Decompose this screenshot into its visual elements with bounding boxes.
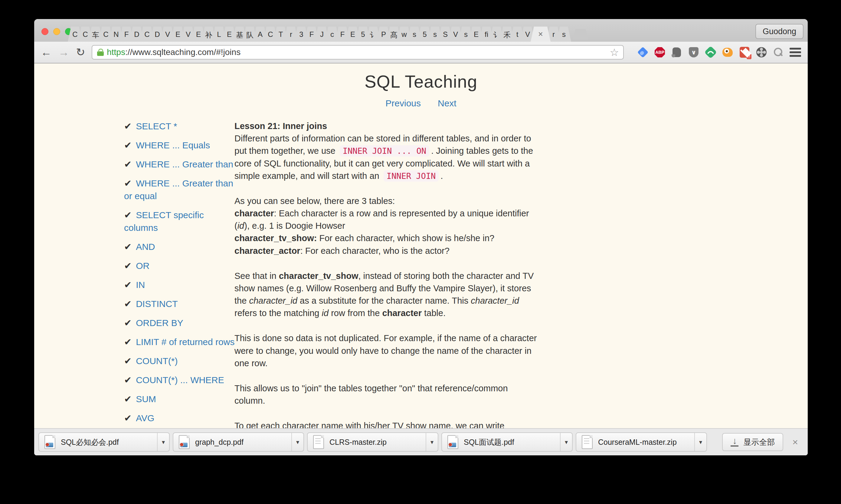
tab-active[interactable]: × [531, 26, 551, 42]
text-segment: table. [422, 308, 446, 318]
sidebar-item[interactable]: ✔COUNT(*) [124, 355, 243, 367]
tab-title: E [227, 30, 232, 39]
download-dropdown-arrow[interactable]: ▾ [426, 433, 438, 451]
show-all-downloads-button[interactable]: ↓ 显示全部 [722, 433, 783, 451]
bookmark-gem-extension-icon[interactable] [637, 47, 649, 58]
back-button[interactable]: ← [41, 47, 52, 58]
download-arrow-icon: ↓ [731, 437, 738, 447]
sidebar-item[interactable]: ✔DISTINCT [124, 298, 243, 310]
menu-icon[interactable] [790, 47, 801, 58]
tab-title: t [516, 30, 518, 39]
download-dropdown-arrow[interactable]: ▾ [694, 433, 706, 451]
download-item[interactable]: CourseraML-master.zip▾ [576, 432, 707, 452]
search-extension-icon[interactable] [773, 47, 784, 58]
text-bold: character [235, 209, 274, 218]
tab-title: E [474, 30, 479, 39]
sidebar-item[interactable]: ✔ORDER BY [124, 317, 243, 329]
tab-strip-tabs: CC车CNFDCDVEVE补LE基队ACTr3FJcFE5讠P髙ws5sSVsE… [70, 26, 589, 42]
sidebar-item[interactable]: ✔COUNT(*) ... WHERE [124, 374, 243, 386]
sidebar-item[interactable]: ✔AND [124, 240, 243, 253]
check-icon: ✔ [124, 159, 132, 169]
text-segment: as a substitute for the character name. … [297, 296, 471, 305]
download-filename: SQL必知必会.pdf [61, 437, 119, 447]
sidebar-item[interactable]: ✔SELECT specificcolumns [124, 209, 243, 234]
evernote-extension-icon[interactable] [671, 47, 683, 58]
weibo-extension-icon[interactable] [722, 47, 733, 58]
tab-title: 车 [92, 30, 99, 40]
forward-button[interactable]: → [58, 47, 69, 58]
download-dropdown-arrow[interactable]: ▾ [157, 433, 169, 451]
tab[interactable]: s [556, 26, 571, 42]
film-reel-extension-icon[interactable] [756, 47, 767, 58]
inline-code: INNER JOIN [383, 170, 439, 182]
check-icon: ✔ [124, 337, 132, 347]
todo-checklist-extension-icon[interactable]: ? [739, 47, 750, 58]
check-icon: ✔ [124, 261, 132, 271]
download-dropdown-arrow[interactable]: ▾ [291, 433, 304, 451]
check-icon: ✔ [124, 280, 132, 290]
https-lock-icon [97, 51, 104, 56]
close-window-button[interactable] [41, 28, 48, 35]
traffic-lights [41, 28, 72, 35]
sidebar-item[interactable]: ✔SELECT * [124, 120, 243, 133]
text-bold: character [382, 308, 422, 318]
lesson-paragraph: This is done so data is not duplicated. … [235, 332, 538, 370]
sidebar-item[interactable]: ✔OR [124, 259, 243, 272]
minimize-window-button[interactable] [53, 28, 60, 35]
text-segment: See that in [235, 271, 279, 281]
sidebar-item-label: OR [136, 261, 150, 271]
lesson-paragraph: As you can see below, there are 3 tables… [235, 195, 538, 257]
download-dropdown-arrow[interactable]: ▾ [560, 433, 572, 451]
sidebar-item-label: WHERE ... Greater than [136, 159, 233, 169]
address-bar[interactable]: https ://www.sqlteaching.com/#!joins ☆ [92, 45, 624, 59]
download-item[interactable]: graph_dcp.pdf▾ [173, 432, 304, 452]
zip-file-icon [313, 435, 324, 449]
download-filename: graph_dcp.pdf [195, 438, 243, 447]
text-italic: character_id [471, 296, 519, 305]
bookmark-star-icon[interactable]: ☆ [610, 47, 619, 57]
tab-title: S [443, 30, 448, 39]
previous-link[interactable]: Previous [385, 98, 421, 108]
lesson-paragraph: This allows us to "join" the tables toge… [235, 382, 538, 407]
new-tab-button[interactable] [573, 29, 588, 39]
tab-title: F [124, 30, 129, 39]
check-icon: ✔ [124, 394, 132, 404]
text-segment: row from the [328, 308, 382, 318]
sidebar-item[interactable]: ✔WHERE ... Equals [124, 139, 243, 152]
tab-title: r [290, 30, 292, 39]
reload-button[interactable]: ↻ [76, 47, 85, 58]
tab-title: 基 [236, 30, 243, 40]
sidebar-item-label: COUNT(*) [136, 356, 177, 366]
next-link[interactable]: Next [438, 98, 457, 108]
tab-title: A [258, 30, 262, 39]
check-icon: ✔ [124, 413, 132, 423]
profile-button[interactable]: Guodong [755, 24, 804, 39]
tab-title: E [196, 30, 201, 39]
check-icon: ✔ [124, 140, 132, 150]
url-scheme: https [107, 48, 125, 57]
download-item[interactable]: SQL必知必会.pdf▾ [38, 432, 170, 452]
tab-close-icon[interactable]: × [538, 30, 543, 39]
downloads-bar: SQL必知必会.pdf▾graph_dcp.pdf▾CLRS-master.zi… [34, 428, 808, 455]
adblock-plus-extension-icon[interactable]: ABP [654, 47, 666, 58]
feedly-extension-icon[interactable] [705, 47, 716, 58]
sidebar-item[interactable]: ✔IN [124, 278, 243, 291]
sidebar-item-label: WHERE ... Greater than [136, 178, 233, 188]
text-segment: ), e.g. 1 is Doogie Howser [244, 221, 345, 231]
text-italic: id [238, 221, 244, 231]
tab-title: E [175, 30, 180, 39]
lesson-paragraph: Different parts of information can be st… [235, 132, 538, 182]
download-item[interactable]: SQL面试题.pdf▾ [441, 432, 573, 452]
tab-title: T [279, 30, 283, 39]
sidebar-item[interactable]: ✔AVG [124, 412, 243, 425]
url-text: ://www.sqlteaching.com/#!joins [125, 48, 240, 57]
download-filename: CLRS-master.zip [329, 438, 387, 447]
sidebar-item[interactable]: ✔WHERE ... Greater than [124, 158, 243, 171]
download-item[interactable]: CLRS-master.zip▾ [307, 432, 439, 452]
pocket-extension-icon[interactable]: ∨ [688, 47, 700, 58]
sidebar-item-label: LIMIT # of returned rows [136, 337, 235, 347]
sidebar-item[interactable]: ✔WHERE ... Greater thanor equal [124, 177, 243, 202]
sidebar-item[interactable]: ✔LIMIT # of returned rows [124, 336, 243, 348]
close-downloads-bar-button[interactable]: × [792, 437, 798, 448]
sidebar-item[interactable]: ✔SUM [124, 393, 243, 406]
